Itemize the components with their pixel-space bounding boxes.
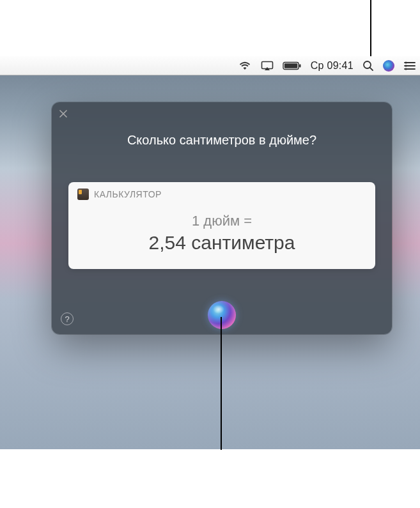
datetime[interactable]: Ср 09:41	[311, 60, 354, 72]
callout-line-siri-menubar	[370, 0, 371, 56]
svg-point-9	[405, 61, 407, 63]
calculator-icon	[77, 189, 89, 200]
battery-icon[interactable]	[283, 61, 302, 70]
wifi-icon[interactable]	[238, 61, 252, 71]
siri-result-card[interactable]: КАЛЬКУЛЯТОР 1 дюйм = 2,54 сантиметра	[68, 182, 375, 269]
siri-query-text: Сколько сантиметров в дюйме?	[52, 133, 392, 148]
svg-point-10	[405, 65, 407, 66]
card-header: КАЛЬКУЛЯТОР	[68, 182, 375, 205]
result-equation: 1 дюйм =	[81, 213, 362, 229]
svg-line-5	[370, 67, 373, 70]
card-app-name: КАЛЬКУЛЯТОР	[94, 189, 162, 199]
card-body: 1 дюйм = 2,54 сантиметра	[68, 205, 375, 269]
svg-rect-2	[284, 63, 297, 68]
close-button[interactable]	[58, 109, 68, 119]
callout-line-siri-orb	[221, 317, 222, 450]
help-button[interactable]: ?	[61, 312, 74, 325]
siri-menubar-icon[interactable]	[383, 60, 394, 72]
result-value: 2,54 сантиметра	[81, 232, 362, 254]
desktop-background: Сколько сантиметров в дюйме? КАЛЬКУЛЯТОР…	[0, 75, 420, 449]
notification-center-icon[interactable]	[403, 61, 416, 71]
siri-window: Сколько сантиметров в дюйме? КАЛЬКУЛЯТОР…	[52, 102, 392, 334]
siri-microphone-button[interactable]	[208, 301, 236, 329]
airplay-icon[interactable]	[261, 61, 274, 71]
menubar: Ср 09:41	[0, 56, 420, 75]
svg-point-11	[405, 68, 407, 70]
svg-rect-3	[299, 64, 301, 67]
spotlight-icon[interactable]	[362, 60, 374, 72]
